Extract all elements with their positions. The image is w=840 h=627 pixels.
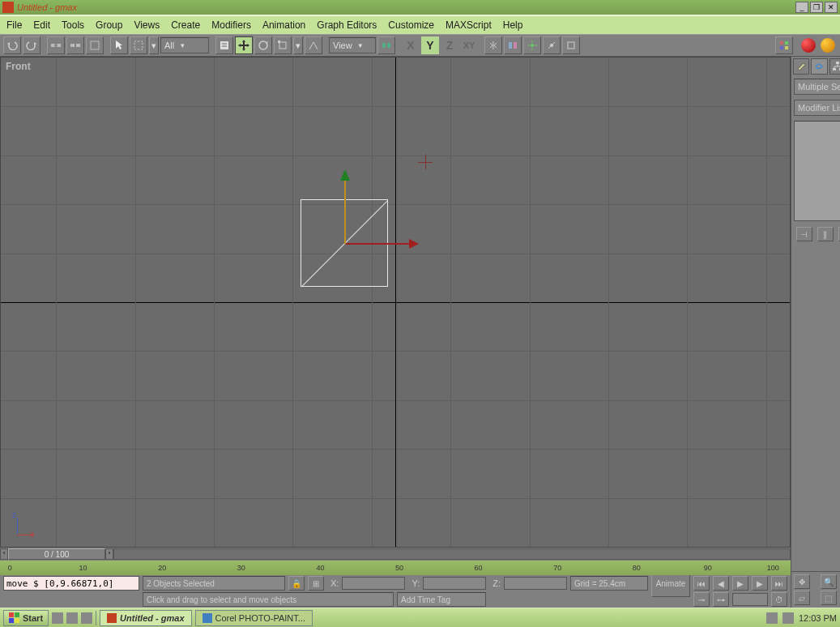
gizmo-z-axis[interactable] — [344, 179, 346, 244]
quick-render-button[interactable] — [821, 38, 835, 53]
pivot-button[interactable] — [377, 36, 395, 54]
pin-stack-button[interactable]: ⊣ — [796, 227, 812, 241]
lock-button[interactable]: 🔒 — [288, 576, 305, 591]
scale-button[interactable] — [274, 36, 292, 54]
app-icon — [2, 2, 14, 13]
modifier-list-dropdown[interactable]: Modifier List▼ — [794, 100, 840, 116]
timeslider-handle[interactable]: 0 / 100 — [8, 548, 105, 560]
move-button[interactable] — [235, 36, 253, 54]
abs-rel-button[interactable]: ⊞ — [308, 576, 324, 591]
tray-icon-2[interactable] — [782, 612, 794, 624]
menu-edit[interactable]: Edit — [33, 19, 50, 31]
next-frame-button[interactable]: ▶ — [752, 576, 768, 591]
svg-rect-12 — [387, 43, 390, 48]
prev-frame-button[interactable]: ◀ — [713, 576, 729, 591]
svg-rect-7 — [220, 41, 228, 49]
mirror-button[interactable] — [484, 36, 502, 54]
tab-modify[interactable] — [811, 58, 827, 75]
play-button[interactable]: ▶ — [732, 576, 748, 591]
render-button[interactable] — [801, 38, 816, 53]
timeslider-next[interactable]: › — [105, 548, 113, 560]
restrict-xy-button[interactable]: XY — [460, 36, 478, 54]
region-flyout[interactable]: ▾ — [149, 36, 159, 54]
quicklaunch-icon-3[interactable] — [81, 612, 92, 624]
scale-flyout[interactable]: ▾ — [293, 36, 303, 54]
start-button[interactable]: Start — [3, 610, 49, 626]
svg-rect-4 — [76, 44, 80, 47]
close-button[interactable]: ✕ — [825, 2, 838, 13]
quicklaunch-icon-2[interactable] — [66, 612, 78, 624]
key-mode-button[interactable]: ⊸ — [693, 592, 710, 607]
maximize-button[interactable]: ❐ — [810, 2, 823, 13]
time-ruler: 0 10 20 30 40 50 60 70 80 90 100 — [0, 561, 791, 575]
z-coord-input[interactable] — [504, 577, 567, 590]
manipulate-button[interactable] — [305, 36, 322, 54]
unlink-button[interactable] — [66, 36, 84, 54]
menu-views[interactable]: Views — [134, 19, 160, 31]
svg-rect-22 — [836, 62, 839, 64]
object-name-field[interactable]: Multiple Selected — [794, 79, 840, 95]
show-result-button[interactable]: ∥ — [817, 227, 834, 241]
time-slider[interactable]: ‹ 0 / 100 › — [0, 548, 791, 561]
zoom-button[interactable]: 🔍 — [821, 574, 837, 589]
select-button[interactable] — [110, 36, 128, 54]
minimize-button[interactable]: _ — [795, 2, 808, 13]
menu-file[interactable]: File — [6, 19, 22, 31]
link-button[interactable] — [47, 36, 65, 54]
restrict-x-button[interactable]: X — [402, 36, 420, 54]
redo-button[interactable] — [23, 36, 41, 54]
snap-angle-button[interactable] — [543, 36, 561, 54]
select-by-name-button[interactable] — [215, 36, 233, 54]
z-label: Z: — [492, 578, 501, 588]
menu-create[interactable]: Create — [171, 19, 200, 31]
command-input[interactable] — [3, 576, 139, 591]
tray-icon[interactable] — [766, 612, 778, 624]
modifier-stack[interactable] — [794, 121, 840, 221]
selection-status: 2 Objects Selected — [143, 576, 285, 591]
region-select-button[interactable] — [130, 36, 147, 54]
current-frame-input[interactable] — [732, 593, 768, 606]
tab-create[interactable] — [793, 58, 809, 75]
material-editor-button[interactable] — [775, 36, 793, 54]
restrict-z-button[interactable]: Z — [441, 36, 458, 54]
x-coord-input[interactable] — [342, 577, 405, 590]
tab-hierarchy[interactable] — [829, 58, 840, 75]
restrict-y-button[interactable]: Y — [421, 36, 439, 54]
bind-button[interactable] — [86, 36, 104, 54]
menu-modifiers[interactable]: Modifiers — [211, 19, 251, 31]
window-title: Untitled - gmax — [17, 2, 77, 12]
goto-start-button[interactable]: ⏮ — [693, 576, 710, 591]
svg-point-15 — [531, 44, 534, 47]
menu-maxscript[interactable]: MAXScript — [446, 19, 492, 31]
viewport-front[interactable]: Front — [0, 57, 791, 548]
goto-end-button[interactable]: ⏭ — [771, 576, 787, 591]
timeslider-prev[interactable]: ‹ — [0, 548, 8, 560]
svg-rect-30 — [9, 618, 14, 623]
menu-grapheditors[interactable]: Graph Editors — [317, 19, 377, 31]
rotate-button[interactable] — [254, 36, 272, 54]
undo-button[interactable] — [3, 36, 21, 54]
menu-animation[interactable]: Animation — [262, 19, 305, 31]
y-coord-input[interactable] — [423, 577, 486, 590]
taskbar-app-corel[interactable]: Corel PHOTO-PAINT... — [195, 610, 313, 626]
snap-button[interactable] — [523, 36, 541, 54]
fov-button[interactable]: ▱ — [794, 591, 810, 605]
menu-help[interactable]: Help — [503, 19, 523, 31]
time-config2-button[interactable]: ⏱ — [771, 592, 787, 607]
menu-group[interactable]: Group — [96, 19, 122, 31]
selection-filter-dropdown[interactable]: All▼ — [160, 37, 209, 53]
svg-rect-6 — [134, 41, 143, 49]
time-tag[interactable]: Add Time Tag — [397, 592, 486, 607]
menu-tools[interactable]: Tools — [62, 19, 84, 31]
align-button[interactable] — [504, 36, 522, 54]
taskbar-app-gmax[interactable]: Untitled - gmax — [100, 610, 191, 626]
gizmo-x-axis[interactable] — [346, 243, 411, 245]
pan-button[interactable]: ✥ — [794, 574, 810, 589]
svg-rect-29 — [15, 612, 19, 617]
region-zoom-button[interactable]: ⬚ — [821, 591, 837, 605]
quicklaunch-icon[interactable] — [52, 612, 63, 624]
snap-percent-button[interactable] — [562, 36, 580, 54]
ref-coord-dropdown[interactable]: View▼ — [329, 37, 376, 53]
menu-customize[interactable]: Customize — [388, 19, 434, 31]
time-config-button[interactable]: ⊶ — [713, 592, 729, 607]
